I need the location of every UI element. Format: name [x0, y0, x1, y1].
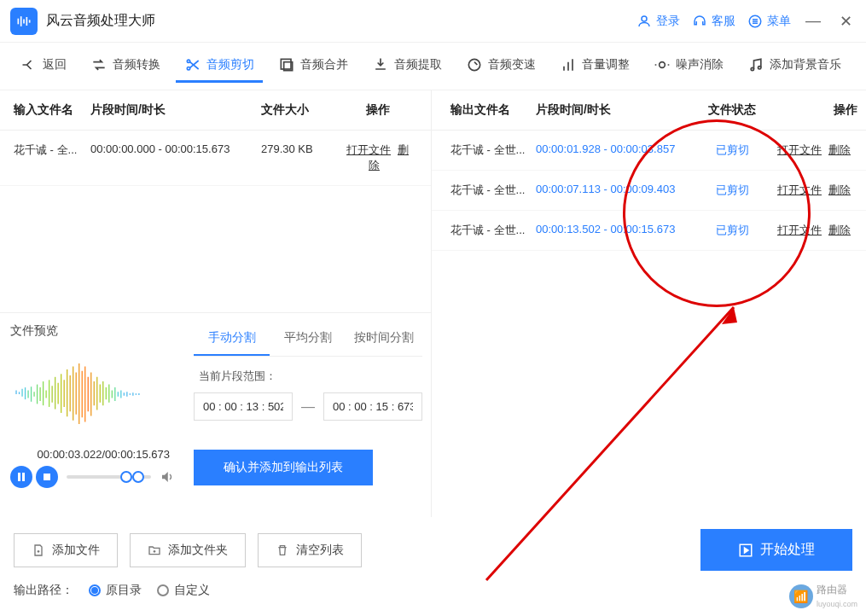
- svg-rect-14: [281, 59, 291, 69]
- svg-rect-4: [29, 20, 31, 22]
- manual-split-tab[interactable]: 手动分割: [194, 322, 270, 356]
- svg-point-5: [642, 16, 647, 21]
- add-folder-button[interactable]: 添加文件夹: [130, 533, 246, 567]
- folder-icon: [148, 543, 161, 557]
- denoise-icon: [654, 56, 671, 73]
- svg-line-13: [190, 61, 199, 67]
- svg-point-10: [187, 60, 189, 62]
- speed-icon: [466, 56, 483, 73]
- scissors-icon: [184, 56, 201, 73]
- open-file-link[interactable]: 打开文件: [777, 143, 822, 156]
- cut-button[interactable]: 音频剪切: [176, 49, 263, 83]
- output-path-label: 输出路径：: [14, 583, 73, 598]
- svg-point-21: [751, 67, 753, 70]
- svg-rect-67: [22, 473, 25, 481]
- minimize-button[interactable]: —: [803, 11, 823, 32]
- speed-button[interactable]: 音频变速: [457, 49, 544, 83]
- clear-list-button[interactable]: 清空列表: [258, 533, 362, 567]
- svg-point-22: [758, 67, 761, 69]
- range-label: 当前片段范围：: [199, 369, 422, 384]
- service-button[interactable]: 客服: [692, 14, 735, 29]
- delete-link[interactable]: 删除: [828, 143, 851, 156]
- svg-rect-1: [20, 16, 22, 26]
- svg-point-20: [660, 62, 665, 68]
- open-file-link[interactable]: 打开文件: [346, 143, 391, 156]
- progress-slider[interactable]: [67, 475, 151, 479]
- headset-icon: [692, 14, 707, 29]
- add-file-button[interactable]: 添加文件: [14, 533, 118, 567]
- app-title: 风云音频处理大师: [46, 12, 636, 30]
- start-process-button[interactable]: 开始处理: [700, 529, 852, 571]
- custom-dir-radio[interactable]: 自定义: [157, 583, 210, 598]
- input-row[interactable]: 花千诚 - 全... 00:00:00.000 - 00:00:15.673 2…: [0, 131, 431, 186]
- svg-rect-3: [26, 17, 28, 26]
- output-row[interactable]: 花千诚 - 全世... 00:00:13.502 - 00:00:15.673 …: [432, 211, 866, 251]
- preview-label: 文件预览: [10, 323, 175, 339]
- file-icon: [32, 543, 45, 557]
- extract-icon: [372, 56, 389, 73]
- playback-time: 00:00:03.022/00:00:15.673: [10, 448, 175, 461]
- time-split-tab[interactable]: 按时间分割: [346, 322, 422, 356]
- denoise-button[interactable]: 噪声消除: [645, 49, 732, 83]
- menu-button[interactable]: 菜单: [747, 14, 791, 29]
- delete-link[interactable]: 删除: [828, 183, 851, 196]
- orig-dir-radio[interactable]: 原目录: [89, 583, 142, 598]
- waveform[interactable]: [10, 347, 175, 441]
- app-logo: [10, 8, 38, 35]
- back-icon: [20, 56, 38, 73]
- stop-button[interactable]: [36, 466, 58, 488]
- open-file-link[interactable]: 打开文件: [777, 183, 822, 196]
- extract-button[interactable]: 音频提取: [363, 49, 450, 83]
- svg-rect-0: [18, 18, 20, 24]
- svg-rect-2: [23, 19, 25, 23]
- svg-rect-66: [18, 473, 20, 481]
- svg-line-12: [190, 62, 199, 69]
- avg-split-tab[interactable]: 平均分割: [270, 322, 346, 356]
- merge-icon: [278, 56, 295, 73]
- end-time-input[interactable]: [323, 392, 422, 421]
- music-icon: [747, 56, 764, 73]
- confirm-add-button[interactable]: 确认并添加到输出列表: [194, 450, 373, 485]
- output-row[interactable]: 花千诚 - 全世... 00:00:01.928 - 00:00:03.857 …: [432, 131, 866, 171]
- bgm-button[interactable]: 添加背景音乐: [739, 49, 850, 83]
- play-icon: [738, 543, 753, 558]
- merge-button[interactable]: 音频合并: [270, 49, 357, 83]
- convert-button[interactable]: 音频转换: [82, 49, 169, 83]
- volume-button[interactable]: 音量调整: [551, 49, 638, 83]
- open-file-link[interactable]: 打开文件: [777, 224, 822, 236]
- start-time-input[interactable]: [194, 392, 293, 421]
- delete-link[interactable]: 删除: [828, 224, 851, 236]
- svg-point-16: [468, 59, 479, 70]
- speaker-icon[interactable]: [160, 469, 175, 485]
- back-button[interactable]: 返回: [12, 49, 75, 83]
- svg-point-11: [187, 67, 189, 70]
- svg-rect-68: [44, 474, 50, 480]
- input-table-header: 输入文件名 片段时间/时长 文件大小 操作: [0, 90, 431, 131]
- user-icon: [636, 14, 652, 29]
- watermark: 📶 路由器luyouqi.com: [789, 583, 857, 609]
- output-table-header: 输出文件名 片段时间/时长 文件状态 操作: [432, 90, 866, 131]
- pause-button[interactable]: [10, 466, 32, 488]
- login-button[interactable]: 登录: [636, 14, 680, 29]
- router-icon: 📶: [789, 584, 813, 608]
- menu-icon: [747, 14, 763, 29]
- trash-icon: [276, 543, 289, 557]
- output-row[interactable]: 花千诚 - 全世... 00:00:07.113 - 00:00:09.403 …: [432, 171, 866, 211]
- volume-icon: [560, 56, 577, 73]
- convert-icon: [90, 56, 108, 73]
- close-button[interactable]: ✕: [835, 11, 856, 32]
